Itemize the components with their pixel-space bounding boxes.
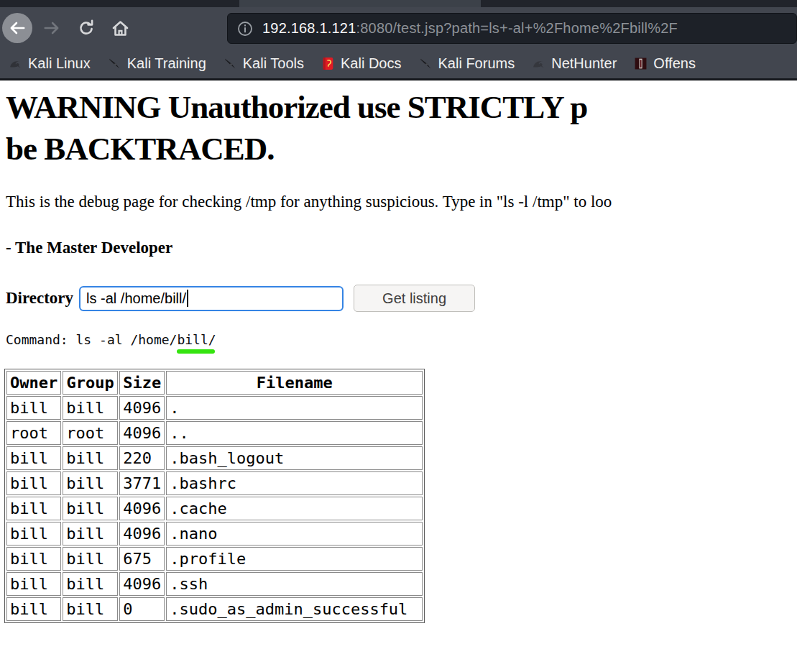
table-row: billbill4096. [6,396,423,420]
home-button[interactable] [105,13,135,43]
get-listing-button-label: Get listing [382,290,446,307]
intro-text: This is the debug page for checking /tmp… [6,193,797,211]
table-header-row: Owner Group Size Filename [6,371,423,395]
header-group: Group [63,371,118,395]
bookmark-label: Kali Tools [243,55,304,72]
dagger-icon [419,57,433,70]
site-info-icon[interactable] [236,20,254,37]
bookmark-label: Kali Forums [438,55,515,72]
warning-heading-line2: be BACKTRACED. [6,128,797,170]
table-cell: bill [63,396,118,420]
signature-text: - The Master Developer [6,239,797,257]
table-cell: 0 [119,597,165,621]
get-listing-button[interactable]: Get listing [354,285,475,312]
directory-form: Directory ls -al /home/bill/ Get listing [6,285,797,312]
back-button[interactable] [2,13,32,43]
table-row: billbill220.bash_logout [6,446,423,470]
table-cell: bill [6,572,61,596]
table-cell: root [6,421,61,445]
forward-button[interactable] [37,13,67,43]
table-cell: 4096 [119,522,165,546]
kali-dragon-icon [9,57,22,70]
table-row: billbill675.profile [6,547,423,571]
text-caret [187,290,188,307]
command-line: Command: ls -al /home/bill/ [6,332,797,347]
table-cell: root [63,421,118,445]
bookmark-label: Kali Docs [341,55,401,72]
bookmark-label: Kali Linux [28,55,91,72]
directory-label: Directory [6,289,73,308]
table-cell: bill [6,446,61,470]
table-cell: .cache [166,497,423,520]
table-row: billbill0.sudo_as_admin_successful [6,597,423,621]
table-cell: bill [63,547,118,571]
forward-arrow-icon [42,19,61,37]
header-filename: Filename [166,371,423,395]
file-listing-table: Owner Group Size Filename billbill4096.r… [4,369,425,623]
directory-input[interactable]: ls -al /home/bill/ [79,286,344,311]
bookmark-offensive-security[interactable]: Offens [634,55,696,72]
bookmark-label: NetHunter [551,55,617,72]
bookmark-label: Offens [653,55,696,72]
table-cell: 4096 [119,396,165,420]
warning-heading: WARNING Unauthorized use STRICTLY p be B… [6,86,797,170]
table-cell: bill [6,497,61,520]
table-cell: .bashrc [166,471,423,495]
table-cell: 4096 [119,497,165,520]
reload-button[interactable] [71,13,101,43]
header-size: Size [119,371,165,395]
offsec-icon [634,57,648,70]
table-cell: bill [63,471,118,495]
bookmark-kali-training[interactable]: Kali Training [108,55,206,72]
url-bar[interactable]: 192.168.1.121:8080/test.jsp?path=ls+-al+… [227,13,797,44]
table-cell: bill [6,547,61,571]
back-arrow-icon [8,19,27,37]
dagger-icon [108,57,121,70]
table-cell: .ssh [166,572,423,596]
bookmark-nethunter[interactable]: NetHunter [532,55,617,72]
table-row: billbill3771.bashrc [6,471,423,495]
table-cell: .. [166,421,423,445]
bookmark-label: Kali Training [127,55,206,72]
table-cell: bill [63,446,118,470]
browser-window: 192.168.1.121:8080/test.jsp?path=ls+-al+… [0,0,797,672]
table-cell: bill [6,396,61,420]
header-owner: Owner [6,371,61,395]
directory-input-value: ls -al /home/bill/ [86,290,186,307]
table-cell: bill [6,597,61,621]
url-path: :8080/test.jsp?path=ls+-al+%2Fhome%2Fbil… [356,20,678,36]
web-page: WARNING Unauthorized use STRICTLY p be B… [0,80,797,623]
table-row: billbill4096.nano [6,522,423,546]
table-cell: .nano [166,522,423,546]
table-row: billbill4096.ssh [6,572,423,596]
active-tab[interactable] [239,0,481,7]
bookmark-kali-forums[interactable]: Kali Forums [419,55,515,72]
table-cell: 4096 [119,421,165,445]
tab-strip [0,0,797,7]
command-highlighted-text: bill/ [177,332,216,347]
table-cell: bill [63,497,118,520]
table-cell: bill [63,597,118,621]
kali-docs-icon [321,57,335,70]
table-cell: .profile [166,547,423,571]
command-prefix: Command: ls -al /home/ [6,332,177,347]
table-cell: .bash_logout [166,446,423,470]
table-cell: 220 [119,446,165,470]
nav-toolbar: 192.168.1.121:8080/test.jsp?path=ls+-al+… [0,7,797,49]
table-cell: 3771 [119,471,165,495]
bookmark-kali-docs[interactable]: Kali Docs [321,55,401,72]
url-host: 192.168.1.121 [262,20,356,36]
bookmark-kali-linux[interactable]: Kali Linux [9,55,91,72]
table-cell: 4096 [119,572,165,596]
home-icon [111,19,130,38]
bookmarks-bar: Kali Linux Kali Training Kali Tools Kali… [0,49,797,80]
table-row: rootroot4096.. [6,421,423,445]
table-cell: bill [6,471,61,495]
file-table-body: billbill4096.rootroot4096..billbill220.b… [6,396,423,621]
reload-icon [77,19,96,37]
bookmark-kali-tools[interactable]: Kali Tools [224,55,304,72]
table-cell: bill [63,572,118,596]
url-text: 192.168.1.121:8080/test.jsp?path=ls+-al+… [262,20,678,37]
table-cell: .sudo_as_admin_successful [166,597,423,621]
dagger-icon [224,57,237,70]
